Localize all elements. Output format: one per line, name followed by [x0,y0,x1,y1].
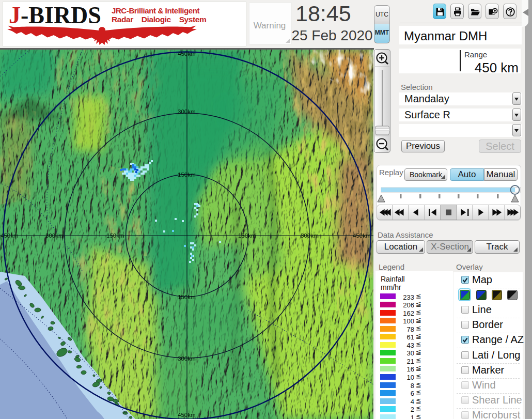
svg-text:150km: 150km [106,232,124,239]
svg-text:300km: 300km [45,232,64,239]
svg-text:450km: 450km [178,51,196,57]
svg-text:300km: 300km [301,232,319,239]
svg-text:150km: 150km [178,172,196,178]
svg-text:300km: 300km [178,108,196,115]
svg-text:150km: 150km [238,232,256,239]
svg-text:150km: 150km [178,294,196,300]
svg-text:300km: 300km [178,355,196,362]
svg-text:450km: 450km [1,232,19,239]
svg-text:450km: 450km [178,412,196,418]
svg-text:450km: 450km [353,232,371,239]
